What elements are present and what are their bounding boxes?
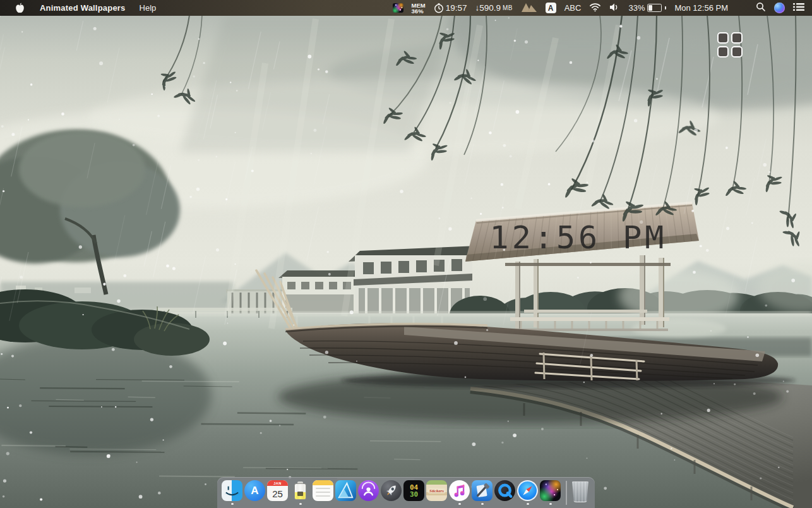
input-source-badge[interactable]: A — [546, 3, 556, 13]
dock-trash[interactable] — [571, 480, 593, 505]
notification-list-icon[interactable] — [793, 3, 804, 13]
grid-cell — [731, 46, 743, 57]
dock-battery-utility[interactable] — [290, 480, 311, 505]
apple-menu-icon[interactable] — [15, 3, 25, 13]
dock-quicktime[interactable] — [494, 480, 516, 505]
dock-animated-wallpapers[interactable] — [540, 480, 561, 505]
affinity-designer-icon — [335, 480, 356, 501]
music-note-icon — [449, 480, 470, 501]
animated-wallpapers-status-icon[interactable] — [393, 3, 403, 13]
calendar-month: JAN — [267, 480, 288, 486]
uptime-value: 19:57 — [446, 3, 467, 13]
dock-affinity-designer[interactable] — [335, 480, 357, 505]
dock-itunes[interactable] — [449, 480, 470, 505]
dock-date-countdown[interactable]: 04 30 — [403, 480, 425, 505]
menu-help[interactable]: Help — [140, 3, 157, 13]
stickers-label: Stickers — [428, 488, 445, 493]
battery-percent: 33% — [628, 3, 645, 13]
dock-app-store[interactable]: A — [244, 480, 266, 505]
clock-icon — [434, 3, 444, 13]
battery-icon — [647, 4, 662, 12]
date-app-top: 04 — [410, 484, 418, 491]
mem-value: 36% — [412, 8, 424, 14]
xcode-icon — [472, 480, 493, 501]
rocket-icon — [381, 480, 402, 501]
dock: A JAN 25 — [217, 477, 595, 508]
desktop-screen: 12:56 PM — [0, 0, 812, 508]
memory-status[interactable]: MEM 36% — [412, 3, 426, 14]
uptime-status[interactable]: 19:57 — [434, 3, 467, 13]
running-indicator — [458, 503, 461, 505]
running-indicator — [299, 503, 302, 505]
menubar-clock[interactable]: Mon 12:56 PM — [674, 3, 728, 13]
trash-icon — [571, 481, 589, 502]
spotlight-icon[interactable] — [756, 2, 766, 14]
network-value: ↓590.9 — [475, 3, 501, 13]
battery-status[interactable]: 33% — [628, 3, 666, 13]
safari-compass-icon — [518, 481, 537, 500]
network-unit: MB — [503, 4, 513, 11]
running-indicator — [527, 503, 529, 505]
running-indicator — [481, 503, 484, 505]
dock-separator — [566, 481, 567, 505]
dock-rocket[interactable] — [381, 480, 402, 505]
running-indicator — [231, 503, 234, 505]
grid-cell — [717, 32, 729, 44]
menu-bar: Animated Wallpapers Help MEM 36% 19:57 ↓… — [0, 0, 812, 16]
wallpaper-clock: 12:56 PM — [490, 219, 667, 256]
quicktime-q-icon — [494, 480, 515, 501]
menubar-app-name[interactable]: Animated Wallpapers — [40, 3, 126, 13]
running-indicator — [549, 503, 552, 505]
grid-cell — [731, 32, 743, 44]
finder-face-icon — [222, 480, 242, 501]
input-source-name[interactable]: ABC — [564, 3, 582, 13]
galaxy-icon — [540, 480, 561, 501]
calendar-day: 25 — [267, 486, 288, 501]
dock-xcode[interactable] — [472, 480, 493, 505]
app-grid-widget[interactable] — [717, 32, 746, 60]
wifi-icon[interactable] — [589, 3, 601, 14]
network-status[interactable]: ↓590.9 MB — [475, 3, 513, 13]
dock-safari[interactable] — [517, 480, 539, 505]
notes-icon — [313, 480, 333, 501]
date-app-bottom: 30 — [410, 491, 418, 498]
siri-icon[interactable] — [774, 3, 785, 13]
wallpaper-lake-scene: 12:56 PM — [0, 0, 812, 508]
mountain-status-icon[interactable] — [521, 2, 537, 14]
dock-podcasts[interactable] — [358, 480, 379, 505]
grid-cell — [717, 46, 729, 57]
podcasts-icon — [358, 480, 379, 501]
dock-stickers[interactable]: Stickers — [426, 480, 448, 505]
dock-notes[interactable] — [313, 480, 334, 505]
dock-calendar[interactable]: JAN 25 — [267, 480, 289, 505]
dock-finder[interactable] — [222, 480, 243, 505]
volume-icon[interactable] — [609, 3, 620, 14]
app-store-letter: A — [251, 485, 258, 497]
